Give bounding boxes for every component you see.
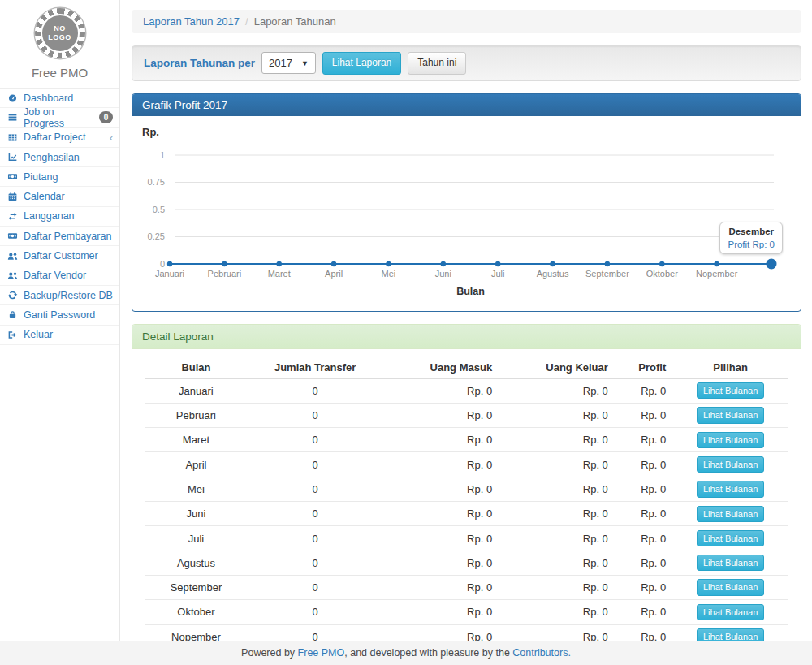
chart-point[interactable]	[222, 261, 227, 266]
sidebar-item-label: Penghasilan	[24, 152, 80, 163]
x-axis-month-label: Mei	[382, 269, 396, 279]
chart-canvas: 00.250.50.751JanuariPebruariMaretAprilMe…	[132, 123, 803, 306]
cell-profit: Rp. 0	[615, 452, 672, 477]
sidebar-item-label: Langganan	[24, 210, 75, 222]
sidebar-item-daftar-project[interactable]: Daftar Project‹	[0, 128, 119, 148]
table-row: Maret0Rp. 0Rp. 0Rp. 0Lihat Bulanan	[145, 428, 788, 452]
line-chart-icon	[6, 152, 19, 162]
table-header-row: Bulan Jumlah Transfer Uang Masuk Uang Ke…	[145, 357, 788, 378]
no-logo-badge: NO LOGO	[35, 8, 85, 58]
chart-point[interactable]	[605, 261, 610, 266]
lihat-bulanan-button[interactable]: Lihat Bulanan	[697, 506, 764, 522]
cell-pilihan: Lihat Bulanan	[672, 575, 788, 599]
report-filter-bar: Laporan Tahunan per 2017 ▼ Lihat Laporan…	[132, 45, 801, 81]
table-row: Mei0Rp. 0Rp. 0Rp. 0Lihat Bulanan	[145, 477, 788, 501]
cell-bulan: Maret	[145, 428, 248, 452]
cell-uang-keluar: Rp. 0	[499, 428, 615, 452]
cell-profit: Rp. 0	[615, 477, 672, 501]
free-pmo-link[interactable]: Free PMO	[298, 647, 345, 659]
lihat-bulanan-button[interactable]: Lihat Bulanan	[697, 555, 764, 571]
cell-uang-masuk: Rp. 0	[382, 403, 499, 427]
chart-point[interactable]	[167, 261, 172, 266]
cell-bulan: Juni	[145, 502, 248, 526]
chart-point[interactable]	[714, 261, 719, 266]
chart-point[interactable]	[331, 261, 336, 266]
cell-uang-masuk: Rp. 0	[382, 526, 499, 551]
cell-uang-keluar: Rp. 0	[499, 624, 615, 641]
y-axis-tick-label: 1	[160, 149, 165, 159]
lihat-bulanan-button[interactable]: Lihat Bulanan	[697, 579, 764, 595]
sidebar-item-keluar[interactable]: Keluar	[0, 326, 119, 345]
lihat-bulanan-button[interactable]: Lihat Bulanan	[697, 432, 764, 448]
footer-text-prefix: Powered by	[241, 647, 297, 659]
year-select[interactable]: 2017 ▼	[261, 52, 316, 74]
cell-profit: Rp. 0	[615, 378, 672, 404]
cell-pilihan: Lihat Bulanan	[672, 600, 788, 624]
sidebar-menu: DashboardJob on Progress0Daftar Project‹…	[0, 88, 119, 345]
cell-pilihan: Lihat Bulanan	[672, 452, 788, 477]
table-row: Pebruari0Rp. 0Rp. 0Rp. 0Lihat Bulanan	[145, 403, 788, 427]
cell-pilihan: Lihat Bulanan	[672, 502, 788, 526]
breadcrumb-link[interactable]: Laporan Tahun 2017	[143, 15, 240, 28]
cell-bulan: Oktober	[145, 600, 248, 624]
brand-name: Free PMO	[0, 66, 119, 80]
x-axis-month-label: Januari	[155, 269, 184, 279]
sidebar-item-calendar[interactable]: Calendar	[0, 187, 119, 206]
lihat-bulanan-button[interactable]: Lihat Bulanan	[697, 628, 764, 641]
x-axis-month-label: Nopember	[696, 269, 738, 279]
detail-table-wrap: Bulan Jumlah Transfer Uang Masuk Uang Ke…	[132, 349, 801, 641]
col-header-uang-keluar: Uang Keluar	[499, 357, 615, 378]
sidebar-item-daftar-vendor[interactable]: Daftar Vendor	[0, 266, 119, 286]
chart-point[interactable]	[495, 261, 500, 266]
sidebar-item-piutang[interactable]: Piutang	[0, 167, 119, 187]
lihat-bulanan-button[interactable]: Lihat Bulanan	[697, 604, 764, 620]
sidebar-item-langganan[interactable]: Langganan	[0, 207, 119, 227]
sidebar-item-label: Backup/Restore DB	[24, 290, 113, 301]
footer: Powered by Free PMO, and developed with …	[0, 641, 812, 665]
cell-profit: Rp. 0	[615, 600, 672, 624]
lihat-bulanan-button[interactable]: Lihat Bulanan	[697, 530, 764, 546]
calendar-icon	[6, 192, 19, 202]
cell-bulan: Pebruari	[145, 403, 248, 427]
cell-bulan: Januari	[145, 378, 248, 404]
sidebar-item-daftar-pembayaran[interactable]: Daftar Pembayaran	[0, 227, 119, 246]
chart-point[interactable]	[767, 258, 777, 269]
cell-uang-masuk: Rp. 0	[382, 378, 499, 404]
lock-icon	[6, 309, 19, 320]
lihat-bulanan-button[interactable]: Lihat Bulanan	[697, 456, 764, 473]
sidebar-item-dashboard[interactable]: Dashboard	[0, 89, 119, 108]
chart-point[interactable]	[386, 261, 391, 266]
x-axis-month-label: Oktober	[646, 269, 678, 279]
lihat-bulanan-button[interactable]: Lihat Bulanan	[697, 481, 764, 497]
cell-profit: Rp. 0	[615, 428, 672, 452]
chart-point[interactable]	[550, 261, 555, 266]
chart-point[interactable]	[277, 261, 282, 266]
tahun-ini-button[interactable]: Tahun ini	[408, 52, 466, 75]
chart-point[interactable]	[659, 261, 664, 266]
count-badge: 0	[99, 111, 113, 123]
users-icon	[6, 251, 19, 261]
lihat-bulanan-button[interactable]: Lihat Bulanan	[697, 407, 764, 423]
dashboard-icon	[6, 93, 19, 103]
sidebar-item-ganti-password[interactable]: Ganti Password	[0, 305, 119, 325]
sidebar-item-daftar-customer[interactable]: Daftar Customer	[0, 246, 119, 266]
year-select-value: 2017	[269, 57, 292, 69]
sidebar-item-job-on-progress[interactable]: Job on Progress0	[0, 108, 119, 127]
users-icon	[6, 270, 19, 281]
lihat-laporan-button[interactable]: Lihat Laporan	[322, 52, 401, 75]
lihat-bulanan-button[interactable]: Lihat Bulanan	[697, 382, 764, 399]
table-row: Juli0Rp. 0Rp. 0Rp. 0Lihat Bulanan	[145, 526, 788, 551]
logo-area: NO LOGO Free PMO	[0, 0, 119, 88]
sidebar-item-backup-restore-db[interactable]: Backup/Restore DB	[0, 286, 119, 305]
cell-profit: Rp. 0	[615, 624, 672, 641]
cell-jumlah-transfer: 0	[248, 526, 383, 551]
chart-point[interactable]	[441, 261, 446, 266]
sidebar-item-penghasilan[interactable]: Penghasilan	[0, 148, 119, 167]
cell-uang-keluar: Rp. 0	[499, 551, 615, 575]
cell-uang-masuk: Rp. 0	[382, 624, 499, 641]
contributors-link[interactable]: Contributors.	[512, 647, 571, 659]
main-content: Laporan Tahun 2017/Laporan Tahunan Lapor…	[121, 0, 812, 641]
no-logo-text: NO LOGO	[41, 14, 80, 53]
cell-pilihan: Lihat Bulanan	[672, 624, 788, 641]
cell-uang-masuk: Rp. 0	[382, 452, 499, 477]
